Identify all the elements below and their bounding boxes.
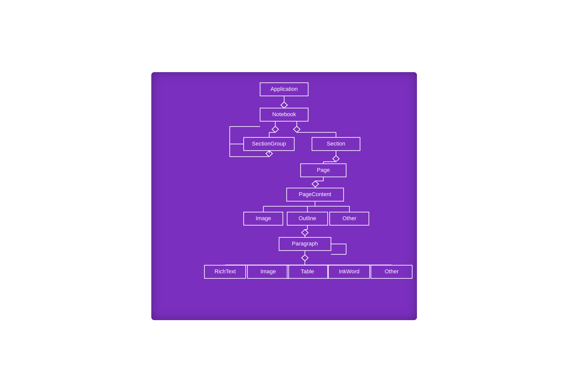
richtext-label: RichText	[214, 268, 236, 274]
svg-marker-18	[333, 156, 339, 162]
svg-marker-3	[272, 126, 279, 132]
svg-marker-22	[312, 181, 319, 187]
outline-label: Outline	[299, 215, 316, 221]
notebook-label: Notebook	[272, 111, 296, 117]
diagram-container: Application Notebook SectionGroup Sectio…	[151, 72, 417, 320]
sectiongroup-label: SectionGroup	[252, 140, 286, 147]
other1-label: Other	[342, 215, 356, 221]
image2-label: Image	[260, 268, 276, 274]
section-label: Section	[327, 140, 345, 147]
pagecontent-label: PageContent	[299, 191, 331, 197]
paragraph-label: Paragraph	[292, 240, 318, 246]
svg-marker-31	[302, 230, 308, 236]
application-label: Application	[270, 86, 298, 92]
page-label: Page	[317, 167, 330, 173]
inkword-label: InkWord	[339, 268, 360, 274]
image1-label: Image	[256, 215, 271, 221]
table-label: Table	[301, 268, 314, 274]
svg-marker-7	[293, 126, 300, 132]
svg-marker-1	[281, 102, 287, 108]
svg-marker-38	[302, 255, 308, 261]
other2-label: Other	[385, 268, 398, 274]
